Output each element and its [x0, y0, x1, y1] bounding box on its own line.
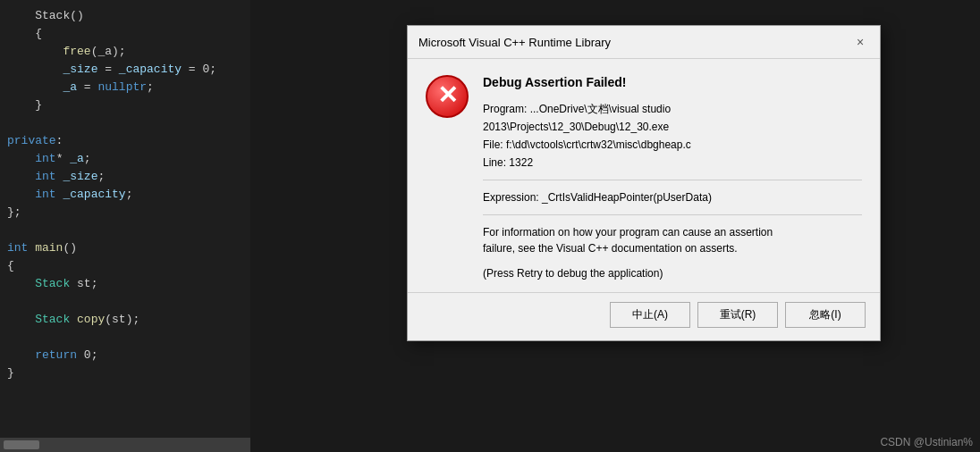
code-line: int main()	[0, 239, 250, 257]
dialog-title: Microsoft Visual C++ Runtime Library	[418, 36, 611, 49]
code-line: _size = _capacity = 0;	[0, 61, 250, 79]
code-line: int _capacity;	[0, 186, 250, 204]
help-text-line2: failure, see the Visual C++ documentatio…	[483, 242, 738, 255]
code-line: int* _a;	[0, 150, 250, 168]
help-text-line1: For information on how your program can …	[483, 226, 773, 239]
code-line	[0, 293, 250, 311]
code-line: {	[0, 257, 250, 275]
error-icon-circle: ✕	[426, 75, 469, 118]
code-line: _a = nullptr;	[0, 79, 250, 96]
help-text: For information on how your program can …	[483, 224, 862, 256]
separator1	[483, 180, 862, 180]
program-label: Program: ...OneDrive\文档\visual studio	[483, 101, 862, 117]
separator2	[483, 214, 862, 215]
watermark: CSDN @Ustinian%	[880, 436, 973, 448]
abort-button[interactable]: 中止(A)	[610, 302, 690, 328]
code-line: free(_a);	[0, 43, 250, 61]
file-label: File: f:\dd\vctools\crt\crtw32\misc\dbgh…	[483, 137, 862, 153]
dialog-window: Microsoft Visual C++ Runtime Library × ✕…	[407, 25, 881, 341]
scrollbar-thumb[interactable]	[4, 440, 39, 449]
press-text: (Press Retry to debug the application)	[483, 265, 862, 281]
program-path: 2013\Projects\12_30\Debug\12_30.exe	[483, 119, 862, 135]
code-area: Stack() { free(_a); _size = _capacity = …	[0, 0, 250, 389]
code-line: int _size;	[0, 168, 250, 186]
horizontal-scrollbar[interactable]	[0, 438, 250, 452]
dialog-titlebar: Microsoft Visual C++ Runtime Library ×	[408, 26, 880, 59]
code-line: Stack copy(st);	[0, 311, 250, 329]
code-line: {	[0, 25, 250, 43]
retry-button[interactable]: 重试(R)	[697, 302, 778, 328]
code-line: }	[0, 96, 250, 114]
assertion-title: Debug Assertion Failed!	[483, 73, 862, 92]
code-line: Stack st;	[0, 275, 250, 293]
code-line: }	[0, 364, 250, 382]
dialog-close-button[interactable]: ×	[851, 33, 869, 51]
code-line	[0, 222, 250, 239]
code-line: };	[0, 204, 250, 222]
code-line	[0, 114, 250, 132]
code-line	[0, 329, 250, 347]
code-line: Stack()	[0, 7, 250, 25]
dialog-footer: 中止(A) 重试(R) 忽略(I)	[408, 292, 880, 340]
code-line: private:	[0, 132, 250, 150]
error-x-symbol: ✕	[437, 83, 458, 108]
ignore-button[interactable]: 忽略(I)	[785, 302, 866, 328]
expression-label: Expression: _CrtIsValidHeapPointer(pUser…	[483, 189, 862, 205]
code-editor: Stack() { free(_a); _size = _capacity = …	[0, 0, 250, 452]
dialog-body: ✕ Debug Assertion Failed! Program: ...On…	[408, 59, 880, 292]
line-label: Line: 1322	[483, 155, 862, 171]
code-line: return 0;	[0, 347, 250, 364]
dialog-content: Debug Assertion Failed! Program: ...OneD…	[483, 73, 862, 281]
error-icon: ✕	[426, 75, 469, 118]
